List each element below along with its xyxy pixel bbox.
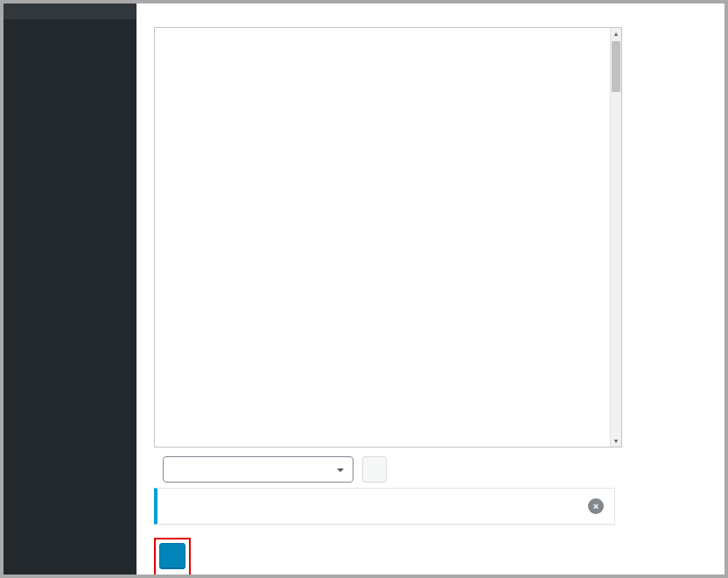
code-editor[interactable]: ▲ ▼ (154, 27, 622, 448)
update-button-area (159, 543, 186, 572)
documentation-row (154, 455, 387, 483)
admin-menu (4, 4, 136, 574)
scroll-up-icon[interactable]: ▲ (611, 28, 621, 39)
lookup-button[interactable] (362, 456, 387, 483)
theme-files-panel (623, 7, 728, 11)
admin-menu-bottom (4, 19, 136, 26)
code-area[interactable] (155, 28, 610, 447)
close-icon: × (593, 502, 598, 511)
chevron-down-icon (337, 469, 344, 476)
wordpress-theme-editor-page: { "colors": { "menu_active": "#0085ba", … (0, 0, 728, 578)
dismiss-notice-button[interactable]: × (588, 498, 604, 514)
success-notice: × (154, 488, 615, 525)
scrollbar-thumb[interactable] (612, 41, 620, 92)
scroll-down-icon[interactable]: ▼ (611, 435, 621, 447)
editor-scrollbar[interactable]: ▲ ▼ (610, 28, 621, 447)
function-select[interactable] (163, 456, 354, 483)
appearance-submenu (4, 4, 136, 19)
update-file-button[interactable] (159, 543, 186, 569)
